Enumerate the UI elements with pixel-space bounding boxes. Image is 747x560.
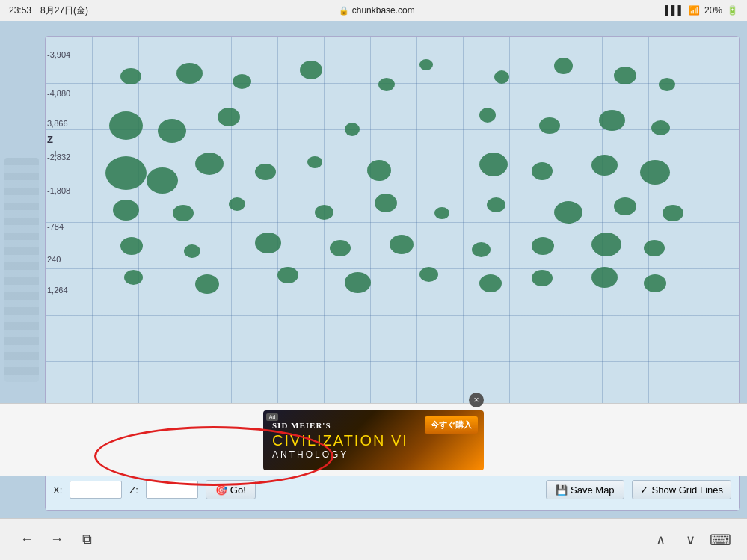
biome-blob: [233, 74, 251, 89]
biome-blob: [659, 78, 675, 91]
z-axis-arrow: ↓: [53, 147, 58, 159]
battery-label: 20%: [704, 5, 722, 16]
biome-blob: [532, 162, 553, 180]
nav-left: ← → ⧉: [15, 528, 99, 552]
biome-blob: [315, 205, 333, 220]
biome-blob: [532, 237, 554, 255]
z-label-8: 1,264: [47, 286, 68, 295]
ad-inner[interactable]: SID MEIER'S CIVILIZATION VI ANTHOLOGY 今す…: [263, 410, 484, 470]
biome-blob: [599, 110, 625, 131]
target-icon: 🎯: [215, 484, 227, 496]
biome-blob: [255, 233, 281, 253]
go-button-label: Go!: [230, 484, 246, 496]
ad-text-subtitle: ANTHOLOGY: [272, 449, 408, 460]
ad-cta-button[interactable]: 今すぐ購入: [425, 416, 478, 434]
map-canvas[interactable]: -3,904 -4,880 3,866 -2,832 -1,808 -784 2…: [46, 37, 739, 428]
tab-button[interactable]: ⧉: [75, 528, 99, 552]
biome-blob: [614, 67, 636, 84]
browser-bottom-bar: ← → ⧉ ∧ ∨ ⌨: [0, 518, 747, 560]
biome-blob: [487, 197, 505, 212]
ad-badge: Ad: [266, 413, 278, 421]
ad-close-button[interactable]: ×: [469, 393, 484, 407]
biome-blob: [218, 108, 240, 126]
z-coord-input[interactable]: [146, 481, 198, 499]
biome-blob: [120, 68, 141, 84]
biome-blob: [419, 59, 433, 70]
biome-blob: [479, 274, 502, 292]
biome-blob: [591, 233, 621, 256]
go-button[interactable]: 🎯 Go!: [206, 480, 256, 499]
biome-blob: [147, 167, 178, 194]
biome-blob: [434, 207, 449, 219]
ad-banner: SID MEIER'S CIVILIZATION VI ANTHOLOGY 今す…: [0, 403, 747, 476]
biome-blob: [640, 160, 670, 185]
biome-blob: [644, 274, 666, 292]
biome-blob: [419, 267, 438, 282]
back-button[interactable]: ←: [15, 528, 39, 552]
biome-blob: [378, 78, 395, 91]
biome-blob: [539, 117, 560, 134]
biome-blob: [158, 119, 186, 143]
scroll-down-button[interactable]: ∨: [678, 528, 702, 552]
biome-blob: [554, 201, 582, 224]
show-grid-label: Show Grid Lines: [652, 484, 723, 496]
forward-button[interactable]: →: [45, 528, 69, 552]
biome-blob: [300, 61, 322, 79]
biome-blob: [105, 156, 147, 190]
signal-icon: ▌▌▌: [665, 5, 684, 16]
grid-overlay: [46, 37, 739, 428]
biome-blob: [663, 205, 683, 221]
status-url: chunkbase.com: [352, 5, 415, 16]
z-label-3: 3,866: [47, 119, 68, 128]
z-label-6: -784: [47, 222, 64, 231]
save-map-button[interactable]: 💾 Save Map: [546, 480, 624, 499]
biome-blob: [651, 120, 670, 135]
biome-blob: [591, 267, 618, 288]
browser-area: -3,904 -4,880 3,866 -2,832 -1,808 -784 2…: [0, 21, 747, 518]
biome-blob: [124, 270, 143, 285]
biome-blob: [614, 197, 636, 215]
z-label-2: -4,880: [47, 89, 70, 98]
biome-blob: [479, 153, 508, 176]
keyboard-button[interactable]: ⌨: [708, 528, 732, 552]
lock-icon: 🔒: [339, 6, 349, 16]
scroll-up-button[interactable]: ∧: [648, 528, 672, 552]
biome-blob: [345, 123, 360, 136]
z-label-5: -1,808: [47, 186, 70, 195]
z-label-1: -3,904: [47, 50, 70, 59]
biome-blob: [390, 235, 414, 254]
biome-blob: [184, 244, 200, 258]
ad-text-title: CIVILIZATION VI: [272, 432, 408, 449]
save-icon: 💾: [556, 484, 568, 496]
show-grid-checkbox: ✓: [640, 484, 648, 496]
biome-blob: [195, 153, 224, 175]
biome-blob: [229, 197, 245, 211]
nav-right: ∧ ∨ ⌨: [648, 528, 732, 552]
z-coord-label: Z:: [129, 484, 138, 496]
z-label-7: 240: [47, 255, 61, 264]
side-deco-img: [4, 158, 39, 382]
biome-blob: [644, 240, 665, 256]
biome-blob: [173, 205, 194, 221]
battery-icon: 🔋: [727, 5, 738, 16]
biome-blob: [113, 200, 139, 221]
x-coord-label: X:: [53, 484, 62, 496]
status-time: 23:53: [9, 5, 31, 16]
biome-blob: [345, 272, 371, 293]
biome-blob: [479, 108, 496, 123]
status-date: 8月27日(金): [40, 4, 88, 17]
x-coord-input[interactable]: [70, 481, 122, 499]
biome-blob: [120, 237, 143, 255]
biome-blob: [591, 155, 618, 176]
biome-blob: [195, 274, 219, 294]
biome-blob: [375, 194, 397, 212]
bottom-row: X: Z: 🎯 Go! 💾 Save Map ✓ Show Grid Lines: [53, 480, 731, 499]
biome-blob: [330, 240, 351, 256]
z-axis-title: Z: [47, 134, 53, 145]
biome-blob: [277, 267, 298, 283]
biome-blob: [532, 270, 553, 286]
biome-blob: [494, 70, 509, 84]
biome-blob: [176, 63, 203, 84]
wifi-icon: 📶: [689, 5, 700, 16]
show-grid-lines-button[interactable]: ✓ Show Grid Lines: [632, 480, 731, 499]
